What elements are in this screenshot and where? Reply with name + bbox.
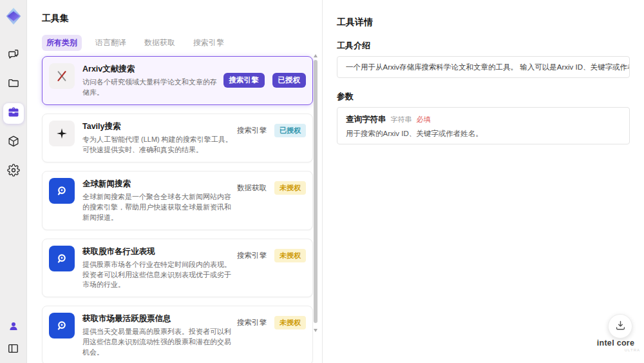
tool-status-badge: 未授权 bbox=[274, 181, 306, 195]
tool-card[interactable]: 获取股市各行业表现 提供股票市场各个行业在特定时间段内的表现。投资者可以利用这些… bbox=[42, 239, 313, 298]
tool-category-label: 搜索引擎 bbox=[237, 318, 267, 328]
parameter-required-flag: 必填 bbox=[417, 115, 431, 124]
sidebar-bottom bbox=[5, 318, 22, 357]
tool-card[interactable]: 全球新闻搜索 全球新闻搜索是一个聚合全球各大新闻网站内容的搜索引擎，帮助用户快速… bbox=[42, 171, 313, 230]
tool-title: Tavily搜索 bbox=[82, 121, 233, 132]
intel-core-logo: intel core bbox=[591, 338, 640, 348]
tool-card-meta: 搜索引擎 未授权 bbox=[237, 316, 306, 329]
brand-text: intel core bbox=[597, 338, 635, 348]
tool-category-label: 数据获取 bbox=[237, 183, 267, 193]
tool-status-badge: 已授权 bbox=[272, 73, 307, 88]
tool-card-list: Arxiv文献搜索 访问各个研究领域大量科学论文和文章的存储库。 搜索引擎 已授… bbox=[42, 56, 313, 363]
tool-description: 提供股票市场各个行业在特定时间段内的表现。投资者可以利用这些信息来识别表现优于或… bbox=[82, 260, 233, 291]
blue-search-icon bbox=[49, 313, 75, 338]
blue-search-icon bbox=[49, 178, 75, 204]
user-avatar-icon[interactable] bbox=[5, 318, 22, 335]
category-tabs: 所有类别语言翻译数据获取搜索引擎 bbox=[42, 35, 229, 51]
settings-icon bbox=[7, 164, 20, 179]
details-panel-title: 工具详情 bbox=[337, 17, 373, 28]
download-button[interactable] bbox=[608, 314, 632, 338]
params-section-heading: 参数 bbox=[337, 91, 354, 103]
tavily-icon bbox=[49, 121, 75, 146]
category-tab[interactable]: 语言翻译 bbox=[91, 35, 131, 51]
packages-icon bbox=[7, 135, 20, 150]
tool-title: 获取市场最活跃股票信息 bbox=[82, 313, 233, 324]
tool-description: 访问各个研究领域大量科学论文和文章的存储库。 bbox=[82, 77, 220, 98]
sidebar-item-settings[interactable] bbox=[3, 161, 24, 182]
sidebar-item-packages[interactable] bbox=[3, 132, 24, 153]
tool-card-meta: 搜索引擎 已授权 bbox=[223, 73, 307, 88]
parameter-type: 字符串 bbox=[391, 115, 412, 124]
tool-card-body: Tavily搜索 专为人工智能代理 (LLM) 构建的搜索引擎工具。可快速提供实… bbox=[82, 121, 233, 155]
category-tab[interactable]: 所有类别 bbox=[42, 35, 82, 51]
sidebar-item-folder[interactable] bbox=[3, 74, 24, 95]
tool-status-badge: 未授权 bbox=[274, 316, 306, 329]
tools-panel-title: 工具集 bbox=[42, 13, 69, 25]
app-window: 工具集 所有类别语言翻译数据获取搜索引擎 Arxiv文献搜索 访问各个研究领域大… bbox=[0, 0, 644, 363]
sidebar bbox=[0, 0, 27, 363]
scrollbar-up-arrow-icon[interactable] bbox=[314, 54, 317, 57]
brand-sub-text: ULTRA bbox=[608, 348, 640, 352]
tool-category-label: 搜索引擎 bbox=[237, 126, 267, 135]
intro-section-heading: 工具介绍 bbox=[337, 40, 370, 52]
tool-status-badge: 已授权 bbox=[274, 124, 306, 137]
tool-card-body: Arxiv文献搜索 访问各个研究领域大量科学论文和文章的存储库。 bbox=[82, 63, 220, 98]
scrollbar-thumb[interactable] bbox=[314, 60, 317, 323]
tool-card-meta: 搜索引擎 已授权 bbox=[237, 124, 306, 137]
category-tab[interactable]: 数据获取 bbox=[140, 35, 180, 51]
tool-description: 提供当天交易量最高的股票列表。投资者可以利用这些信息来识别流动性强的股票和潜在的… bbox=[82, 327, 233, 358]
scrollbar[interactable] bbox=[313, 54, 318, 363]
tool-description: 全球新闻搜索是一个聚合全球各大新闻网站内容的搜索引擎，帮助用户快速获取全球最新资… bbox=[82, 192, 233, 223]
arxiv-icon bbox=[49, 63, 75, 89]
tool-title: Arxiv文献搜索 bbox=[82, 64, 220, 75]
chat-icon bbox=[7, 48, 20, 63]
sidebar-nav bbox=[3, 45, 24, 182]
blue-search-icon bbox=[49, 246, 75, 271]
sidebar-item-chat[interactable] bbox=[3, 45, 24, 66]
app-logo-icon[interactable] bbox=[4, 6, 23, 26]
tool-card-body: 获取市场最活跃股票信息 提供当天交易量最高的股票列表。投资者可以利用这些信息来识… bbox=[82, 313, 233, 358]
tool-title: 全球新闻搜索 bbox=[82, 179, 233, 190]
tool-category-label: 搜索引擎 bbox=[237, 251, 267, 260]
panel-toggle-icon[interactable] bbox=[5, 340, 22, 357]
tool-description: 专为人工智能代理 (LLM) 构建的搜索引擎工具。可快速提供实时、准确和真实的结… bbox=[82, 135, 233, 155]
tool-card-body: 获取股市各行业表现 提供股票市场各个行业在特定时间段内的表现。投资者可以利用这些… bbox=[82, 246, 233, 291]
intro-box: 一个用于从Arxiv存储库搜索科学论文和文章的工具。 输入可以是Arxiv ID… bbox=[337, 56, 630, 78]
tool-status-badge: 未授权 bbox=[274, 249, 306, 262]
tool-category-label: 搜索引擎 bbox=[223, 73, 265, 88]
sidebar-item-tools[interactable] bbox=[3, 103, 24, 124]
parameter-header: 查询字符串 字符串 必填 bbox=[346, 114, 621, 125]
parameter-name: 查询字符串 bbox=[346, 114, 386, 125]
tool-card[interactable]: Arxiv文献搜索 访问各个研究领域大量科学论文和文章的存储库。 搜索引擎 已授… bbox=[42, 56, 313, 105]
tool-card-meta: 搜索引擎 未授权 bbox=[237, 249, 306, 262]
tool-card[interactable]: Tavily搜索 专为人工智能代理 (LLM) 构建的搜索引擎工具。可快速提供实… bbox=[42, 113, 313, 162]
download-icon bbox=[614, 319, 627, 334]
parameter-description: 用于搜索的Arxiv ID、关键字或作者姓名。 bbox=[346, 129, 621, 139]
intro-text: 一个用于从Arxiv存储库搜索科学论文和文章的工具。 输入可以是Arxiv ID… bbox=[346, 63, 630, 72]
tool-details-panel: 工具详情 工具介绍 一个用于从Arxiv存储库搜索科学论文和文章的工具。 输入可… bbox=[323, 0, 644, 363]
tool-card-body: 全球新闻搜索 全球新闻搜索是一个聚合全球各大新闻网站内容的搜索引擎，帮助用户快速… bbox=[82, 178, 233, 223]
category-tab[interactable]: 搜索引擎 bbox=[189, 35, 229, 51]
tool-title: 获取股市各行业表现 bbox=[82, 246, 233, 257]
tool-card[interactable]: 获取市场最活跃股票信息 提供当天交易量最高的股票列表。投资者可以利用这些信息来识… bbox=[42, 306, 313, 363]
tool-card-meta: 数据获取 未授权 bbox=[237, 181, 306, 195]
tools-panel: 工具集 所有类别语言翻译数据获取搜索引擎 Arxiv文献搜索 访问各个研究领域大… bbox=[28, 0, 322, 363]
tools-icon bbox=[7, 106, 20, 121]
scrollbar-down-arrow-icon[interactable] bbox=[314, 329, 317, 332]
folder-icon bbox=[7, 77, 20, 92]
parameter-box: 查询字符串 字符串 必填 用于搜索的Arxiv ID、关键字或作者姓名。 bbox=[337, 107, 630, 144]
